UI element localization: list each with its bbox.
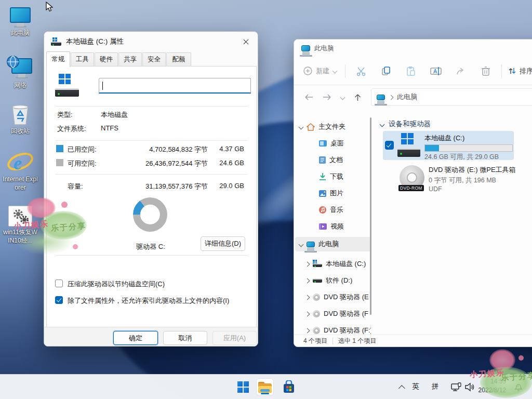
tab-quota[interactable]: 配额 [166, 52, 191, 66]
up-icon[interactable] [354, 94, 362, 101]
tab-label: 配额 [172, 55, 185, 64]
section-header-label: 设备和驱动器 [389, 119, 431, 129]
tab-sharing[interactable]: 共享 [118, 52, 142, 66]
new-button[interactable]: 新建 [303, 66, 337, 76]
index-checkbox[interactable] [55, 296, 63, 304]
sidebar-item-local-disk-c[interactable]: 本地磁盘 (C:) [305, 257, 371, 271]
filesystem-label: 文件系统: [57, 124, 86, 134]
close-button[interactable] [234, 32, 257, 51]
history-chevron-icon[interactable] [340, 95, 345, 100]
close-icon [243, 38, 249, 45]
sidebar-item-documents[interactable]: 文档 [319, 153, 371, 167]
sidebar-item-this-pc[interactable]: 此电脑 [295, 237, 371, 251]
desktop-icon-label: win11恢复WIN10经... [3, 229, 37, 245]
chevron-expanded-icon [380, 122, 385, 127]
drive-c-icon [51, 37, 61, 46]
paste-button[interactable] [402, 63, 420, 79]
disk-usage-donut-chart [133, 197, 167, 232]
start-button[interactable] [235, 379, 251, 395]
sort-button[interactable]: 排序 [508, 66, 532, 76]
sidebar-item-dvd-e[interactable]: DVD 驱动器 (E [305, 290, 371, 304]
tray-clock[interactable]: 14:55 2022/8/12 [472, 377, 506, 395]
checkbox-checked-icon[interactable] [385, 141, 394, 150]
drive-info: 0 字节 可用, 共 196 MB [429, 176, 496, 185]
taskbar: 英 拼 z [0, 374, 532, 399]
dialog-title-bar[interactable]: 本地磁盘 (C:) 属性 [44, 32, 258, 51]
desktop-icon-internet-explorer[interactable]: e Internet Explorer [1, 150, 40, 192]
ime-language-english[interactable]: 英 [412, 382, 419, 391]
dvd-icon: DVD-ROM [400, 165, 424, 190]
sidebar-item-home[interactable]: 主文件夹 [299, 119, 371, 134]
taskbar-file-explorer[interactable] [257, 379, 273, 395]
filesystem-value: NTFS [101, 124, 118, 132]
cancel-button[interactable]: 取消 [163, 331, 207, 345]
sidebar-item-dvd-f2[interactable]: DVD 驱动器 (F:) [305, 323, 371, 335]
sidebar-item-music[interactable]: 音乐 [319, 203, 371, 217]
dvd-icon [313, 294, 320, 301]
drive-c-icon [55, 74, 79, 97]
rename-button[interactable]: A [427, 63, 445, 79]
taskbar-microsoft-store[interactable] [281, 379, 297, 395]
capacity-bar-fill [425, 145, 439, 151]
sidebar-item-downloads[interactable]: 下载 [319, 169, 371, 184]
ok-button[interactable]: 确定 [113, 331, 158, 345]
chevron-collapsed-icon [305, 295, 310, 300]
back-icon[interactable] [304, 94, 313, 101]
gears-icon [8, 206, 32, 227]
sort-button-label: 排序 [520, 66, 532, 76]
details-button[interactable]: 详细信息(D) [201, 236, 245, 251]
compress-checkbox[interactable] [55, 280, 63, 287]
desktop-folder-icon [319, 140, 327, 147]
download-icon [319, 173, 326, 180]
desktop-icon-this-pc[interactable]: 此电脑 [1, 7, 40, 37]
apply-button[interactable]: 应用(A) [212, 331, 257, 345]
sidebar-scrollbar[interactable] [370, 117, 371, 315]
tab-hardware[interactable]: 硬件 [95, 52, 118, 66]
this-pc-icon [377, 95, 385, 100]
ime-language-pinyin[interactable]: 拼 [432, 382, 439, 391]
free-space-size: 24.6 GB [208, 159, 244, 167]
desktop-icon-label: 网络 [1, 82, 40, 90]
tab-security[interactable]: 安全 [142, 52, 166, 66]
sidebar-item-dvd-f[interactable]: DVD 驱动器 (F [305, 307, 371, 321]
text-caret [102, 82, 103, 90]
explorer-content: 设备和驱动器 本地磁盘 (C:) 24.6 GB 可用, 共 29.0 GB [376, 109, 532, 335]
copy-button[interactable] [377, 63, 395, 79]
tray-notifications[interactable]: z [510, 379, 527, 395]
volume-label-input[interactable] [99, 78, 251, 94]
status-selected-count: 选中 1 个项目 [338, 337, 376, 345]
chevron-collapsed-icon [305, 261, 310, 267]
cut-button[interactable] [352, 63, 370, 79]
desktop-icon-win11-restore[interactable]: win11恢复WIN10经... [1, 206, 40, 245]
sidebar-item-pictures[interactable]: 图片 [319, 186, 371, 201]
drive-item-local-disk-c[interactable]: 本地磁盘 (C:) 24.6 GB 可用, 共 29.0 GB [383, 131, 514, 160]
cancel-button-label: 取消 [179, 334, 192, 343]
section-devices-and-drives[interactable]: 设备和驱动器 [380, 119, 431, 129]
delete-button[interactable] [477, 63, 495, 79]
forward-icon[interactable] [323, 94, 331, 101]
sidebar-item-label: DVD 驱动器 (F [324, 309, 368, 318]
sidebar-item-label: 本地磁盘 (C:) [326, 259, 366, 269]
desktop-icon-label: 此电脑 [1, 29, 40, 37]
music-icon [319, 206, 326, 214]
picture-icon [319, 190, 326, 197]
tab-general[interactable]: 常规 [46, 51, 70, 67]
desktop-icon-network[interactable]: 网络 [1, 57, 40, 90]
address-bar[interactable]: 此电脑 [371, 88, 532, 106]
sidebar-item-desktop[interactable]: 桌面 [319, 136, 371, 151]
sidebar-item-drive-d[interactable]: 软件 (D:) [305, 273, 371, 288]
sidebar-item-label: 软件 (D:) [326, 276, 352, 285]
tab-tools[interactable]: 工具 [71, 52, 94, 66]
chevron-up-icon [398, 385, 405, 392]
bell-dnd-icon: z [513, 382, 524, 392]
sidebar-item-videos[interactable]: 视频 [319, 219, 371, 234]
this-pc-icon [301, 45, 310, 51]
tray-show-hidden-icons[interactable] [396, 379, 409, 395]
network-icon [8, 57, 32, 75]
drive-item-dvd-e[interactable]: DVD-ROM DVD 驱动器 (E:) 微PE工具箱 0 字节 可用, 共 1… [383, 163, 514, 195]
desktop-icon-recycle-bin[interactable]: 回收站 [1, 104, 40, 136]
rename-icon: A [430, 66, 442, 76]
explorer-title-bar[interactable]: 此电脑 [294, 39, 532, 57]
free-space-label: 可用空间: [68, 159, 97, 168]
share-button[interactable] [452, 63, 470, 79]
